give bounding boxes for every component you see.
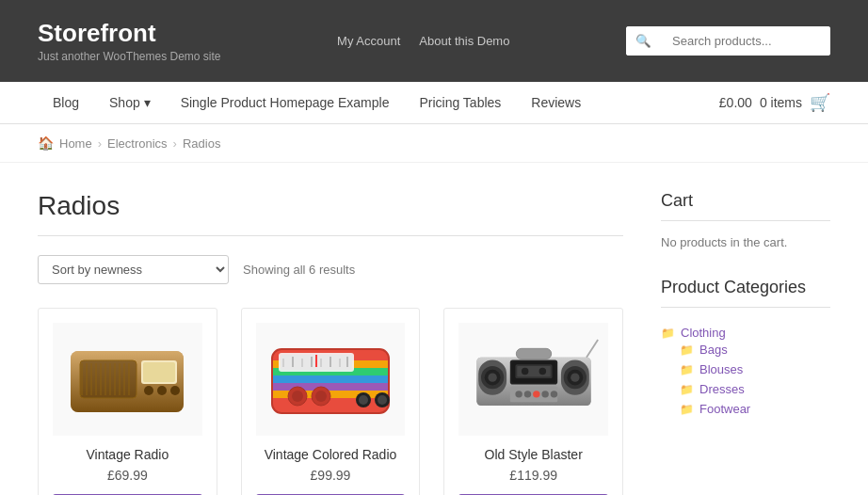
svg-rect-16 xyxy=(143,362,175,382)
svg-point-51 xyxy=(488,373,496,381)
sort-select[interactable]: Sort by newness Sort by popularity Sort … xyxy=(38,255,229,284)
search-button[interactable]: 🔍 xyxy=(626,26,661,56)
search-form: 🔍 xyxy=(626,26,830,56)
home-icon: 🏠 xyxy=(38,136,54,151)
categories-sidebar-section: Product Categories 📁 Clothing 📁 Bags xyxy=(661,278,830,423)
folder-icon: 📁 xyxy=(661,327,675,340)
product-price-3: £119.99 xyxy=(458,468,608,483)
svg-point-43 xyxy=(292,391,303,402)
product-price-2: £99.99 xyxy=(256,468,406,483)
folder-icon-footwear: 📁 xyxy=(680,403,694,416)
product-name-1: Vintage Radio xyxy=(53,447,202,462)
site-branding: Storefront Just another WooThemes Demo s… xyxy=(38,19,221,63)
svg-rect-23 xyxy=(272,375,389,383)
subcategory-list: 📁 Bags 📁 Blouses 📁 xyxy=(661,340,830,419)
folder-icon-blouses: 📁 xyxy=(680,363,694,376)
category-link-clothing[interactable]: 📁 Clothing xyxy=(661,326,830,340)
svg-point-63 xyxy=(515,391,522,397)
category-item-footwear: 📁 Footwear xyxy=(680,399,830,419)
svg-point-60 xyxy=(522,368,528,375)
product-name-2: Vintage Colored Radio xyxy=(256,447,406,462)
svg-rect-2 xyxy=(80,360,137,398)
header-nav: My Account About this Demo xyxy=(337,34,509,48)
page-title: Radios xyxy=(38,191,623,236)
about-demo-link[interactable]: About this Demo xyxy=(419,34,509,48)
breadcrumb-home[interactable]: Home xyxy=(59,136,92,151)
product-card: Vintage Colored Radio £99.99 Add to cart xyxy=(241,308,421,495)
site-header: Storefront Just another WooThemes Demo s… xyxy=(0,0,868,82)
cart-amount: £0.00 xyxy=(719,95,752,110)
results-count: Showing all 6 results xyxy=(243,263,355,277)
category-item-bags: 📁 Bags xyxy=(680,340,830,359)
category-link-dresses[interactable]: 📁 Dresses xyxy=(680,382,830,396)
category-item-blouses: 📁 Blouses xyxy=(680,359,830,379)
cart-sidebar-section: Cart No products in the cart. xyxy=(661,191,830,249)
cart-icon: 🛒 xyxy=(810,92,830,113)
svg-point-41 xyxy=(378,395,387,405)
sidebar: Cart No products in the cart. Product Ca… xyxy=(661,191,830,495)
svg-point-61 xyxy=(538,368,545,375)
nav-pricing-tables[interactable]: Pricing Tables xyxy=(404,82,516,123)
svg-rect-68 xyxy=(516,348,551,359)
cart-sidebar-title: Cart xyxy=(661,191,830,221)
category-link-footwear[interactable]: 📁 Footwear xyxy=(680,402,830,416)
folder-icon-bags: 📁 xyxy=(680,343,694,357)
svg-rect-24 xyxy=(272,383,389,391)
svg-point-45 xyxy=(315,391,327,402)
svg-point-66 xyxy=(541,391,548,397)
breadcrumb: 🏠 Home › Electronics › Radios xyxy=(0,124,868,163)
nav-blog[interactable]: Blog xyxy=(38,82,94,123)
breadcrumb-electronics[interactable]: Electronics xyxy=(107,136,168,151)
nav-reviews[interactable]: Reviews xyxy=(516,82,596,123)
woo-toolbar: Sort by newness Sort by popularity Sort … xyxy=(38,255,623,284)
cart-widget[interactable]: £0.00 0 items 🛒 xyxy=(719,92,830,113)
category-item-dresses: 📁 Dresses xyxy=(680,379,830,399)
cart-items-count: 0 items xyxy=(760,95,802,110)
cart-empty-message: No products in the cart. xyxy=(661,235,830,249)
site-nav: Blog Shop ▾ Single Product Homepage Exam… xyxy=(0,82,868,124)
product-image-vintage-radio xyxy=(53,323,202,436)
folder-icon-dresses: 📁 xyxy=(680,383,694,396)
svg-point-19 xyxy=(170,386,180,395)
svg-point-55 xyxy=(571,373,579,381)
svg-point-65 xyxy=(533,391,539,397)
category-item-clothing: 📁 Clothing 📁 Bags 📁 xyxy=(661,322,830,423)
categories-sidebar-title: Product Categories xyxy=(661,278,830,308)
svg-point-39 xyxy=(359,395,368,405)
svg-point-18 xyxy=(157,386,167,395)
category-list: 📁 Clothing 📁 Bags 📁 xyxy=(661,322,830,423)
nav-shop[interactable]: Shop ▾ xyxy=(94,82,166,123)
main-content: Radios Sort by newness Sort by popularit… xyxy=(38,191,623,495)
category-link-blouses[interactable]: 📁 Blouses xyxy=(680,362,830,376)
product-image-colored-radio xyxy=(256,323,406,436)
my-account-link[interactable]: My Account xyxy=(337,34,400,48)
main-container: Radios Sort by newness Sort by popularit… xyxy=(0,163,868,495)
svg-point-64 xyxy=(523,391,530,397)
product-price-1: £69.99 xyxy=(53,468,202,483)
nav-links: Blog Shop ▾ Single Product Homepage Exam… xyxy=(38,82,596,123)
products-grid: Vintage Radio £69.99 Add to cart xyxy=(38,308,623,495)
svg-point-67 xyxy=(550,391,556,397)
product-card: Old Style Blaster £119.99 Add to cart xyxy=(443,308,623,495)
product-name-3: Old Style Blaster xyxy=(458,447,608,462)
svg-line-69 xyxy=(587,340,598,358)
breadcrumb-sep-1: › xyxy=(98,136,102,151)
svg-point-17 xyxy=(144,386,153,395)
nav-single-product[interactable]: Single Product Homepage Example xyxy=(166,82,405,123)
site-title: Storefront xyxy=(38,19,221,48)
category-link-bags[interactable]: 📁 Bags xyxy=(680,343,830,357)
product-image-blaster xyxy=(458,323,608,436)
site-description: Just another WooThemes Demo site xyxy=(38,50,221,63)
search-input[interactable] xyxy=(661,26,830,56)
shop-chevron: ▾ xyxy=(144,95,151,110)
breadcrumb-current: Radios xyxy=(183,136,220,151)
breadcrumb-sep-2: › xyxy=(173,136,177,151)
product-card: Vintage Radio £69.99 Add to cart xyxy=(38,308,217,495)
